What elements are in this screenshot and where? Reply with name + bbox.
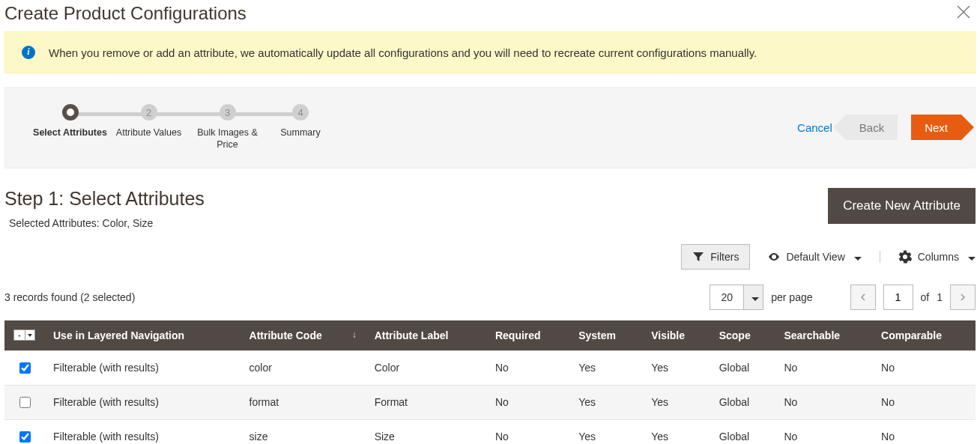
cell-code: format (241, 385, 366, 419)
cell-system: Yes (569, 385, 642, 419)
close-icon[interactable] (955, 3, 973, 24)
info-icon (22, 46, 35, 59)
wizard-bar: Select Attributes 2 Attribute Values 3 B… (4, 87, 976, 168)
default-view-label: Default View (786, 251, 844, 263)
modal-title: Create Product Configurations (4, 3, 246, 24)
next-label: Next (925, 121, 948, 134)
col-nav[interactable]: Use in Layered Navigation (44, 320, 241, 351)
col-visible[interactable]: Visible (642, 320, 710, 351)
step-connector (72, 112, 144, 116)
row-checkbox[interactable] (19, 362, 31, 374)
funnel-icon (692, 251, 704, 263)
step-title: Step 1: Select Attributes (4, 188, 205, 210)
columns-label: Columns (918, 251, 959, 263)
col-comparable[interactable]: Comparable (872, 320, 976, 351)
row-checkbox[interactable] (19, 397, 31, 408)
step-dot: 4 (292, 104, 309, 121)
records-found-label: 3 records found (2 selected) (4, 291, 135, 303)
cell-visible: Yes (642, 350, 710, 385)
sort-asc-icon: ↓ (352, 329, 357, 340)
grid-toolbar: Filters Default View Columns (0, 229, 980, 270)
chevron-down-icon (851, 251, 862, 263)
table-row[interactable]: Filterable (with results)colorColorNoYes… (4, 350, 976, 385)
back-label: Back (859, 121, 884, 134)
cell-required: No (486, 419, 569, 444)
cell-comparable: No (872, 385, 976, 419)
step-label: Bulk Images & Price (188, 127, 267, 151)
selected-attributes-label: Selected Attributes: Color, Size (9, 217, 205, 229)
step-label: Select Attributes (31, 127, 109, 139)
cell-code: size (241, 419, 366, 444)
wizard-step-1[interactable]: Select Attributes (31, 104, 109, 139)
step-connector (147, 112, 222, 116)
default-view-button[interactable]: Default View (768, 251, 880, 263)
cell-nav: Filterable (with results) (44, 350, 241, 385)
col-code-label: Attribute Code (249, 329, 322, 341)
cancel-link[interactable]: Cancel (797, 121, 832, 134)
cell-system: Yes (569, 350, 642, 385)
col-code[interactable]: Attribute Code↓ (241, 320, 366, 351)
page-input[interactable] (883, 285, 913, 310)
wizard-step-3[interactable]: 3 Bulk Images & Price (188, 104, 267, 151)
cell-searchable: No (775, 350, 872, 385)
page-size-select[interactable]: 20 (710, 285, 763, 310)
create-new-attribute-button[interactable]: Create New Attribute (828, 188, 976, 224)
notice-banner: When you remove or add an attribute, we … (4, 31, 976, 73)
cell-scope: Global (710, 385, 775, 419)
col-required[interactable]: Required (486, 320, 569, 351)
chevron-down-icon (965, 251, 976, 263)
cell-required: No (486, 385, 569, 419)
columns-button[interactable]: Columns (898, 250, 976, 264)
total-pages: 1 (937, 291, 943, 303)
table-row[interactable]: Filterable (with results)formatFormatNoY… (4, 385, 976, 419)
select-all-checkbox[interactable]: - (13, 329, 25, 341)
filters-label: Filters (710, 251, 739, 263)
attributes-table: - Use in Layered Navigation Attribute Co… (4, 320, 976, 445)
table-row[interactable]: Filterable (with results)sizeSizeNoYesYe… (4, 419, 976, 444)
cell-searchable: No (775, 419, 872, 444)
per-page-label: per page (771, 291, 812, 303)
wizard-step-4[interactable]: 4 Summary (267, 104, 334, 139)
col-label[interactable]: Attribute Label (366, 320, 486, 351)
wizard-steps: Select Attributes 2 Attribute Values 3 B… (31, 104, 334, 151)
wizard-step-2[interactable]: 2 Attribute Values (109, 104, 188, 139)
chevron-down-icon[interactable] (25, 329, 35, 341)
cell-nav: Filterable (with results) (44, 385, 241, 419)
gear-icon (898, 250, 912, 264)
cell-scope: Global (710, 350, 775, 385)
eye-icon (768, 251, 780, 263)
cell-comparable: No (872, 350, 976, 385)
step-label: Attribute Values (109, 127, 188, 139)
step-dot: 2 (141, 104, 157, 121)
cell-searchable: No (775, 385, 872, 419)
of-label: of (921, 291, 930, 303)
cell-label: Format (366, 385, 486, 419)
cell-nav: Filterable (with results) (44, 419, 241, 444)
prev-page-button[interactable] (850, 285, 876, 310)
col-searchable[interactable]: Searchable (775, 320, 872, 351)
chevron-down-icon[interactable] (743, 285, 763, 309)
filters-button[interactable]: Filters (681, 244, 750, 270)
col-system[interactable]: System (569, 320, 642, 351)
row-checkbox[interactable] (19, 431, 31, 443)
cell-label: Color (366, 350, 486, 385)
next-page-button[interactable] (950, 285, 976, 310)
notice-text: When you remove or add an attribute, we … (49, 46, 757, 59)
step-dot-active (62, 104, 79, 121)
select-all-header[interactable]: - (4, 320, 44, 351)
cell-label: Size (366, 419, 486, 444)
page-size-value: 20 (710, 285, 743, 309)
cell-scope: Global (710, 419, 775, 444)
step-label: Summary (267, 127, 334, 139)
back-button[interactable]: Back (846, 115, 898, 140)
col-scope[interactable]: Scope (710, 320, 775, 351)
step-dot: 3 (220, 104, 236, 121)
cell-visible: Yes (642, 419, 710, 444)
next-button[interactable]: Next (911, 115, 961, 140)
cell-code: color (241, 350, 366, 385)
cell-visible: Yes (642, 385, 710, 419)
cell-system: Yes (569, 419, 642, 444)
cell-required: No (486, 350, 569, 385)
cell-comparable: No (872, 419, 976, 444)
